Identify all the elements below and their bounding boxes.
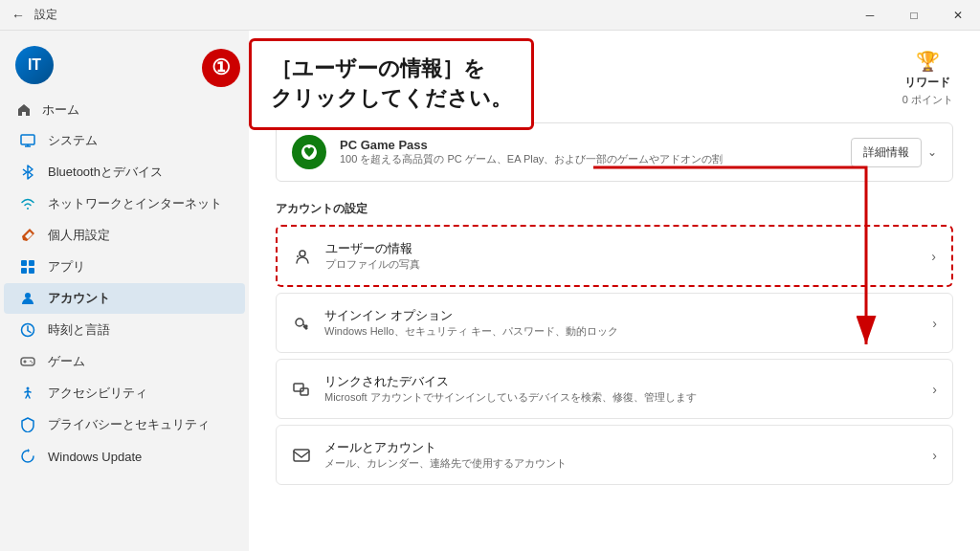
content-header: アカウント 🏆 リワード 0 ポイント [276,50,953,107]
signin-text: サインイン オプション Windows Hello、セキュリティ キー、パスワー… [324,307,919,339]
sidebar-label-personal: 個人用設定 [48,227,110,244]
user-info-title: ユーザーの情報 [325,240,918,257]
home-label: ホーム [42,101,79,119]
reward-points: 0 ポイント [902,93,953,107]
devices-title: リンクされたデバイス [324,373,919,390]
close-button[interactable]: ✕ [936,0,980,31]
account-icon [19,290,36,307]
sidebar-item-personal[interactable]: 個人用設定 [4,220,245,251]
chevron-right-icon: › [931,249,936,264]
sidebar-label-update: Windows Update [48,450,142,464]
back-button[interactable]: ← [11,8,25,23]
grid-icon [19,258,36,276]
sidebar-label-system: システム [48,132,98,149]
paint-icon [19,227,36,244]
shield-icon [19,416,36,433]
chevron-down-icon: ⌄ [927,145,937,159]
sidebar-item-accessibility[interactable]: アクセシビリティ [4,378,245,408]
user-profile: IT [0,38,249,96]
window-title: 設定 [34,7,57,23]
svg-rect-18 [294,384,303,391]
gamepass-title: PC Game Pass [340,138,837,152]
game-icon [19,353,36,370]
sidebar-label-accounts: アカウント [48,290,110,307]
reward-badge[interactable]: 🏆 リワード 0 ポイント [902,50,953,107]
svg-rect-9 [21,358,34,365]
svg-rect-4 [29,260,34,266]
sidebar-item-accounts[interactable]: アカウント [4,283,245,314]
svg-rect-20 [294,450,309,461]
sidebar-item-bluetooth[interactable]: Bluetoothとデバイス [4,157,245,187]
devices-icon [292,380,311,399]
mail-icon [292,446,311,465]
gamepass-buttons: 詳細情報 ⌄ [851,138,937,167]
update-icon [19,448,36,465]
reward-icon: 🏆 [916,50,940,73]
window-controls: ─ □ ✕ [848,0,980,31]
sidebar-label-bluetooth: Bluetoothとデバイス [48,164,163,181]
devices-subtitle: Microsoft アカウントでサインインしているデバイスを検索、修復、管理しま… [324,390,919,405]
devices-text: リンクされたデバイス Microsoft アカウントでサインインしているデバイス… [324,373,919,405]
accessibility-icon [19,385,36,402]
svg-rect-6 [29,268,34,274]
svg-point-13 [32,362,33,364]
svg-point-15 [300,251,305,256]
network-icon [19,195,36,212]
svg-point-7 [25,293,31,298]
gamepass-detail-button[interactable]: 詳細情報 [851,138,922,167]
signin-title: サインイン オプション [324,307,919,324]
sidebar-label-gaming: ゲーム [48,353,85,370]
bluetooth-icon [19,164,36,181]
home-icon [15,101,33,119]
main-container: IT ホーム システム [0,31,980,551]
sidebar-label-apps: アプリ [48,258,85,276]
email-subtitle: メール、カレンダー、連絡先で使用するアカウント [324,456,919,471]
svg-rect-5 [21,268,27,274]
sidebar-item-privacy[interactable]: プライバシーとセキュリティ [4,409,245,440]
sidebar-label-privacy: プライバシーとセキュリティ [48,416,210,433]
email-text: メールとアカウント メール、カレンダー、連絡先で使用するアカウント [324,439,919,471]
user-info-subtitle: プロファイルの写真 [325,257,918,272]
svg-point-12 [30,361,32,363]
minimize-button[interactable]: ─ [848,0,892,31]
sidebar-item-update[interactable]: Windows Update [4,441,245,472]
user-info-text: ユーザーの情報 プロファイルの写真 [325,240,918,272]
svg-point-14 [27,387,30,390]
monitor-icon [19,132,36,149]
section-label: アカウントの設定 [276,201,953,217]
page-title: アカウント [276,50,371,76]
gamepass-desc: 100 を超える高品質の PC ゲーム、EA Play、および一部のゲームやアド… [340,152,837,166]
gamepass-banner: PC Game Pass 100 を超える高品質の PC ゲーム、EA Play… [276,122,953,182]
avatar: IT [15,46,54,84]
settings-item-devices[interactable]: リンクされたデバイス Microsoft アカウントでサインインしているデバイス… [276,359,953,419]
reward-label: リワード [904,75,950,91]
chevron-right-icon-4: › [932,448,937,463]
person-icon [293,247,312,266]
sidebar-item-home[interactable]: ホーム [0,96,249,124]
titlebar: ← 設定 ─ □ ✕ [0,0,980,31]
chevron-right-icon-3: › [932,382,937,397]
settings-item-signin[interactable]: サインイン オプション Windows Hello、セキュリティ キー、パスワー… [276,293,953,353]
sidebar: IT ホーム システム [0,31,249,551]
chevron-right-icon-2: › [932,316,937,331]
sidebar-item-system[interactable]: システム [4,125,245,156]
svg-point-17 [296,319,303,326]
sidebar-label-time: 時刻と言語 [48,321,110,339]
signin-subtitle: Windows Hello、セキュリティ キー、パスワード、動的ロック [324,324,919,339]
clock-icon [19,321,36,339]
xbox-icon [292,135,326,169]
svg-rect-0 [21,135,34,144]
sidebar-item-time[interactable]: 時刻と言語 [4,315,245,345]
content-area: アカウント 🏆 リワード 0 ポイント PC Game Pass 100 を超え… [249,31,980,551]
maximize-button[interactable]: □ [892,0,936,31]
key-icon [292,314,311,333]
settings-item-email[interactable]: メールとアカウント メール、カレンダー、連絡先で使用するアカウント › [276,425,953,485]
settings-item-user-info[interactable]: ユーザーの情報 プロファイルの写真 › [276,225,953,287]
sidebar-label-accessibility: アクセシビリティ [48,385,147,402]
gamepass-text: PC Game Pass 100 を超える高品質の PC ゲーム、EA Play… [340,138,837,166]
sidebar-item-gaming[interactable]: ゲーム [4,346,245,377]
svg-rect-3 [21,260,27,266]
sidebar-item-network[interactable]: ネットワークとインターネット [4,188,245,219]
email-title: メールとアカウント [324,439,919,456]
sidebar-item-apps[interactable]: アプリ [4,252,245,282]
